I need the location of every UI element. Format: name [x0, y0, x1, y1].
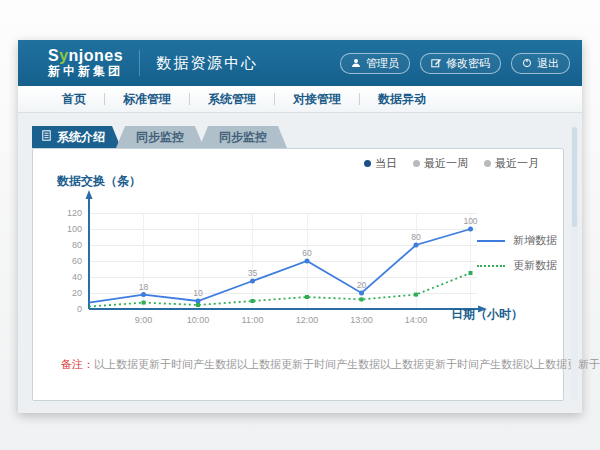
footnote-prefix: 备注：: [61, 358, 94, 370]
app-window: Synjones 新中新集团 数据资源中心 管理员 修改密码 退出 首页 标准管…: [18, 40, 582, 413]
data-point: [141, 292, 146, 297]
nav-item-home[interactable]: 首页: [44, 91, 104, 108]
data-point: [196, 303, 200, 307]
change-password-label: 修改密码: [446, 56, 490, 71]
filter-today[interactable]: 当日: [364, 156, 397, 171]
time-range-filter: 当日 最近一周 最近一月: [364, 156, 539, 171]
data-point: [251, 299, 255, 303]
x-tick-label: 12:00: [296, 315, 319, 325]
admin-user-button[interactable]: 管理员: [340, 53, 410, 74]
y-tick-label: 60: [72, 256, 82, 266]
radio-dot: [484, 160, 491, 167]
nav-item-data-change[interactable]: 数据异动: [360, 91, 444, 108]
tab-sync-monitor-1[interactable]: 同步监控: [116, 126, 204, 148]
y-tick-label: 0: [77, 304, 82, 314]
logo-letters: njones: [69, 47, 124, 64]
data-point: [360, 297, 364, 301]
data-point-label: 20: [357, 280, 367, 290]
document-icon: [42, 126, 51, 148]
series-legend: 新增数据 更新数据: [477, 233, 557, 283]
y-axis-arrow: [86, 190, 93, 199]
y-tick-label: 100: [67, 224, 82, 234]
filter-label: 最近一周: [424, 156, 468, 171]
data-point: [468, 227, 473, 232]
nav-item-standard-mgmt[interactable]: 标准管理: [105, 91, 189, 108]
legend-label: 更新数据: [513, 258, 557, 273]
user-icon: [351, 58, 361, 68]
filter-last-month[interactable]: 最近一月: [484, 156, 539, 171]
nav-item-system-mgmt[interactable]: 系统管理: [190, 91, 274, 108]
page-title: 数据资源中心: [139, 50, 258, 76]
y-tick-label: 80: [72, 240, 82, 250]
data-point: [469, 271, 473, 275]
filter-label: 最近一月: [495, 156, 539, 171]
dotted-line-swatch: [477, 265, 505, 267]
power-icon: [522, 58, 532, 68]
y-tick-label: 20: [72, 288, 82, 298]
radio-dot-selected: [364, 160, 371, 167]
company-logo: Synjones 新中新集团: [48, 48, 123, 77]
legend-item-new-data: 新增数据: [477, 233, 557, 248]
logo-wordmark: Synjones: [48, 48, 123, 65]
data-point-label: 60: [302, 248, 312, 258]
data-point: [196, 299, 201, 304]
data-point: [414, 243, 419, 248]
nav-item-interface-mgmt[interactable]: 对接管理: [275, 91, 359, 108]
solid-line-swatch: [477, 240, 505, 242]
x-tick-label: 10:00: [187, 315, 210, 325]
logo-accent-letter: y: [59, 47, 68, 64]
footnote-text: 以上数据更新于时间产生数据以上数据更新于时间产生数据以上数据更新于时间产生数据以…: [94, 358, 600, 370]
data-point: [250, 279, 255, 284]
data-point-label: 18: [139, 282, 149, 292]
x-tick-label: 11:00: [242, 315, 264, 325]
footnote: 备注：以上数据更新于时间产生数据以上数据更新于时间产生数据以上数据更新于时间产生…: [61, 357, 600, 372]
filter-label: 当日: [375, 156, 397, 171]
x-tick-label: 9:00: [135, 315, 153, 325]
data-point-label: 80: [411, 232, 421, 242]
data-point-label: 100: [463, 216, 477, 226]
admin-user-label: 管理员: [366, 56, 399, 71]
tab-label: 系统介绍: [57, 126, 105, 148]
data-point: [305, 295, 309, 299]
logout-label: 退出: [537, 56, 559, 71]
scrollbar-track: [571, 125, 578, 401]
y-tick-label: 120: [67, 208, 82, 218]
x-tick-label: 14:00: [405, 315, 428, 325]
data-point: [305, 259, 310, 264]
edit-icon: [431, 58, 441, 68]
y-tick-label: 40: [72, 272, 82, 282]
data-point: [414, 293, 418, 297]
x-tick-label: 13:00: [350, 315, 373, 325]
data-point: [359, 291, 364, 296]
data-point: [142, 301, 146, 305]
logout-button[interactable]: 退出: [511, 53, 570, 74]
logo-letter: S: [48, 47, 59, 64]
scrollbar-thumb[interactable]: [572, 127, 577, 227]
tab-bar: 系统介绍 同步监控 同步监控: [32, 126, 564, 148]
chart-panel: 当日 最近一周 最近一月 数据交换（条） 0204060801001209:00…: [32, 148, 564, 401]
content-area: 系统介绍 同步监控 同步监控 当日 最近一周 最近一月 数据交换（条） 0204…: [18, 113, 582, 413]
tab-system-intro[interactable]: 系统介绍: [32, 126, 121, 148]
main-nav: 首页 标准管理 系统管理 对接管理 数据异动: [18, 86, 582, 113]
legend-item-update-data: 更新数据: [477, 258, 557, 273]
change-password-button[interactable]: 修改密码: [420, 53, 501, 74]
data-point-label: 10: [193, 288, 203, 298]
tab-sync-monitor-2[interactable]: 同步监控: [199, 126, 287, 148]
x-axis-title: 日期（小时）: [451, 306, 523, 323]
app-header: Synjones 新中新集团 数据资源中心 管理员 修改密码 退出: [18, 40, 582, 86]
data-point-label: 35: [248, 268, 258, 278]
legend-label: 新增数据: [513, 233, 557, 248]
filter-last-week[interactable]: 最近一周: [413, 156, 468, 171]
logo-company-name: 新中新集团: [48, 65, 123, 78]
radio-dot: [413, 160, 420, 167]
